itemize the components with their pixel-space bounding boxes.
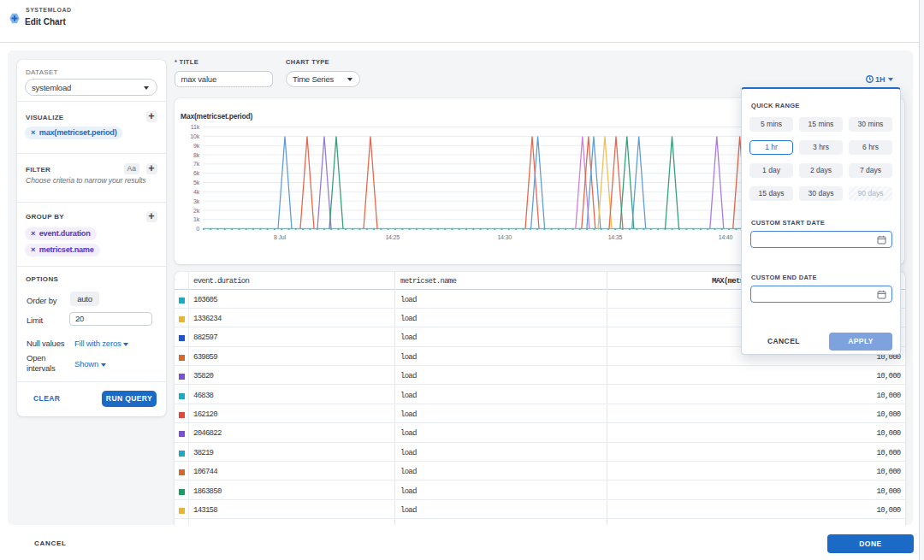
svg-text:14:40: 14:40	[719, 234, 733, 240]
svg-text:14:35: 14:35	[608, 234, 623, 240]
svg-text:6k: 6k	[193, 170, 200, 176]
svg-text:3k: 3k	[193, 198, 200, 204]
svg-text:4k: 4k	[193, 189, 200, 195]
svg-text:2k: 2k	[193, 208, 200, 214]
svg-text:11k: 11k	[191, 124, 200, 130]
svg-text:8k: 8k	[193, 152, 200, 158]
svg-text:10k: 10k	[190, 133, 199, 139]
svg-text:7k: 7k	[193, 161, 200, 167]
svg-text:1k: 1k	[193, 216, 200, 222]
svg-text:5k: 5k	[193, 180, 200, 186]
svg-text:14:30: 14:30	[497, 234, 512, 240]
svg-text:9k: 9k	[193, 143, 200, 149]
svg-text:14:25: 14:25	[385, 234, 400, 240]
svg-text:0: 0	[196, 226, 199, 232]
svg-text:8 Jul: 8 Jul	[274, 234, 286, 240]
